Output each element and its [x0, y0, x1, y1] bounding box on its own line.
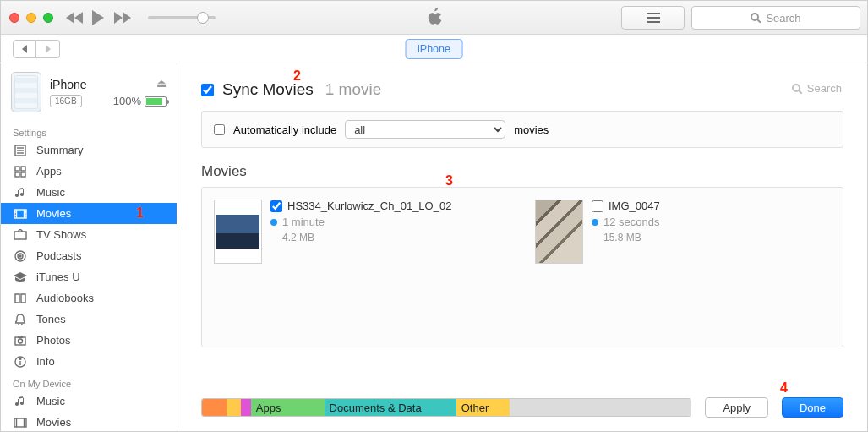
- list-view-button[interactable]: [621, 6, 685, 30]
- movie-checkbox[interactable]: [270, 200, 282, 212]
- movie-name: IMG_0047: [609, 200, 660, 212]
- svg-point-25: [19, 255, 21, 257]
- svg-point-31: [19, 358, 21, 359]
- sidebar-item-dev-movies[interactable]: Movies: [1, 412, 177, 431]
- auto-include-checkbox[interactable]: [214, 124, 225, 135]
- svg-rect-2: [647, 21, 660, 23]
- device-thumbnail-icon: [11, 72, 41, 112]
- unwatched-dot-icon: [270, 219, 277, 226]
- close-window-button[interactable]: [9, 13, 19, 23]
- movie-name: HS334_Kurlowicz_Ch_01_LO_02: [287, 200, 451, 212]
- movie-item[interactable]: IMG_0047 12 seconds 15.8 MB: [535, 200, 831, 335]
- svg-rect-12: [21, 172, 25, 177]
- eject-icon[interactable]: ⏏: [156, 77, 167, 90]
- auto-include-label: Automatically include: [233, 123, 336, 136]
- sidebar: iPhone 16GB ⏏ 100% Settings Summary Apps…: [1, 63, 177, 431]
- sidebar-item-label: Music: [36, 186, 65, 199]
- rewind-icon[interactable]: [65, 12, 84, 24]
- location-bar: iPhone: [1, 35, 867, 63]
- content-pane: Sync Movies 1 movie Search Automatically…: [177, 63, 867, 431]
- movies-grid: HS334_Kurlowicz_Ch_01_LO_02 1 minute 4.2…: [201, 187, 843, 347]
- movie-item[interactable]: HS334_Kurlowicz_Ch_01_LO_02 1 minute 4.2…: [214, 200, 510, 335]
- sync-count: 1 movie: [325, 80, 382, 99]
- back-button[interactable]: [13, 40, 36, 58]
- svg-rect-1: [647, 17, 660, 19]
- sidebar-item-label: iTunes U: [36, 271, 80, 283]
- list-icon: [647, 13, 660, 23]
- minimize-window-button[interactable]: [26, 13, 36, 23]
- apply-button[interactable]: Apply: [705, 397, 768, 418]
- svg-point-3: [751, 14, 758, 20]
- global-search-input[interactable]: Search: [691, 6, 860, 30]
- sidebar-item-dev-music[interactable]: Music: [1, 391, 177, 412]
- sidebar-item-apps[interactable]: Apps: [1, 161, 177, 182]
- sidebar-item-label: Info: [36, 355, 55, 368]
- storage-segment: [241, 399, 251, 416]
- storage-bar[interactable]: Apps Documents & Data Other: [201, 398, 691, 417]
- device-row[interactable]: iPhone 16GB ⏏ 100%: [1, 63, 177, 121]
- music-icon: [13, 187, 28, 199]
- search-icon: [751, 13, 761, 23]
- sidebar-item-label: TV Shows: [36, 228, 86, 241]
- unwatched-dot-icon: [592, 219, 598, 226]
- search-placeholder: Search: [766, 12, 800, 25]
- sidebar-item-label: Audiobooks: [36, 292, 94, 304]
- podcasts-icon: [13, 250, 28, 262]
- svg-rect-9: [15, 167, 19, 171]
- storage-segment-documents: Documents & Data: [325, 399, 456, 416]
- movie-checkbox[interactable]: [592, 200, 603, 212]
- sidebar-item-tones[interactable]: Tones: [1, 309, 177, 330]
- sidebar-item-label: Movies: [36, 416, 71, 429]
- movie-size: 4.2 MB: [270, 232, 451, 243]
- sidebar-item-podcasts[interactable]: Podcasts: [1, 245, 177, 266]
- battery-percent: 100%: [113, 95, 141, 107]
- sync-movies-checkbox[interactable]: [201, 84, 214, 96]
- sidebar-item-info[interactable]: Info: [1, 351, 177, 372]
- sidebar-item-photos[interactable]: Photos: [1, 330, 177, 351]
- music-icon: [13, 396, 28, 407]
- storage-segment: [227, 399, 241, 416]
- sidebar-item-label: Tones: [36, 313, 66, 325]
- sync-title: Sync Movies: [222, 80, 314, 99]
- auto-include-select[interactable]: all: [345, 120, 505, 139]
- sidebar-item-movies[interactable]: Movies: [1, 203, 177, 224]
- forward-button[interactable]: [36, 40, 60, 58]
- movies-icon: [13, 418, 28, 428]
- forward-icon[interactable]: [114, 12, 133, 24]
- svg-rect-20: [14, 232, 26, 239]
- battery-icon: [145, 96, 167, 107]
- storage-segment: [202, 399, 227, 416]
- movie-duration: 12 seconds: [603, 216, 660, 228]
- audiobooks-icon: [13, 293, 28, 303]
- summary-icon: [13, 145, 28, 156]
- movie-thumbnail: [214, 200, 262, 264]
- sidebar-item-music[interactable]: Music: [1, 182, 177, 203]
- movie-thumbnail: [535, 200, 583, 264]
- storage-segment-free: [510, 399, 691, 416]
- sidebar-item-label: Music: [36, 395, 65, 407]
- tv-icon: [13, 229, 28, 241]
- auto-include-suffix: movies: [514, 123, 549, 136]
- movies-header: Movies: [201, 163, 843, 180]
- info-icon: [13, 356, 28, 368]
- sidebar-item-summary[interactable]: Summary: [1, 139, 177, 161]
- zoom-window-button[interactable]: [43, 13, 53, 23]
- device-tab[interactable]: iPhone: [405, 39, 463, 59]
- play-icon[interactable]: [92, 10, 106, 25]
- svg-rect-0: [647, 13, 660, 14]
- titlebar: Search: [1, 1, 867, 35]
- device-name: iPhone: [50, 78, 105, 91]
- movies-search-input[interactable]: Search: [792, 82, 842, 95]
- search-icon: [792, 84, 802, 94]
- sidebar-item-audiobooks[interactable]: Audiobooks: [1, 287, 177, 309]
- storage-segment-apps: Apps: [251, 399, 325, 416]
- sidebar-item-tvshows[interactable]: TV Shows: [1, 224, 177, 245]
- window-controls: [9, 13, 53, 23]
- volume-slider[interactable]: [148, 16, 216, 19]
- done-button[interactable]: Done: [782, 397, 843, 418]
- svg-point-35: [793, 85, 800, 91]
- volume-knob[interactable]: [197, 12, 209, 24]
- sidebar-item-itunesu[interactable]: iTunes U: [1, 266, 177, 287]
- tones-icon: [13, 314, 28, 325]
- movies-icon: [13, 209, 28, 219]
